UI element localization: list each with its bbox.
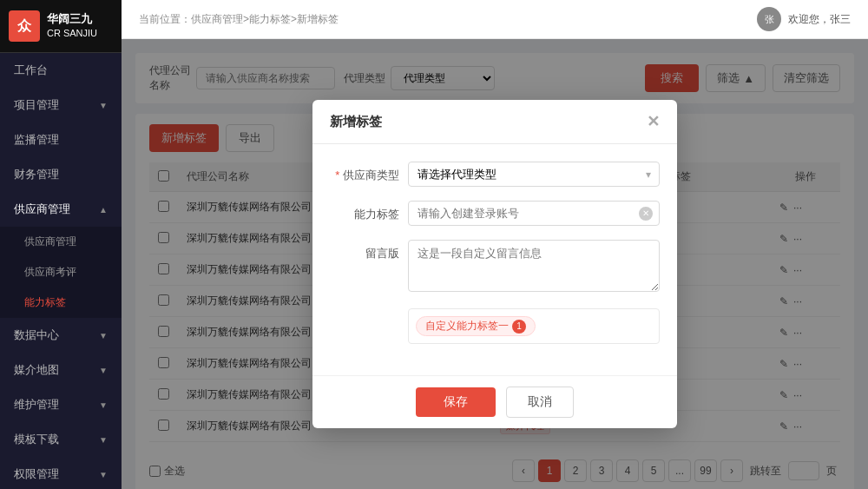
chevron-icon: ▼ xyxy=(99,101,108,110)
sidebar-submenu-supplier: 供应商管理 供应商考评 能力标签 xyxy=(0,227,122,318)
logo-text: 华阔三九 CR SANJIU xyxy=(47,12,97,39)
sidebar-item-project[interactable]: 项目管理 ▼ xyxy=(0,88,122,122)
supplier-type-select[interactable]: 请选择代理类型 xyxy=(408,162,660,187)
topbar-right: 张 欢迎您，张三 xyxy=(757,7,851,31)
ability-tag-row: 能力标签 ✕ xyxy=(330,201,660,226)
app-logo: 众 华阔三九 CR SANJIU xyxy=(0,0,122,53)
modal-overlay: 新增标签 ✕ * 供应商类型 请选择代理类型 xyxy=(122,39,868,489)
modal-cancel-button[interactable]: 取消 xyxy=(506,387,574,418)
custom-tags-area: 自定义能力标签一 1 xyxy=(408,308,660,344)
breadcrumb: 当前位置：供应商管理>能力标签>新增标签 xyxy=(139,12,339,27)
remark-row: 留言版 xyxy=(330,240,660,294)
sidebar-item-workbench[interactable]: 工作台 xyxy=(0,53,122,88)
chevron-icon: ▼ xyxy=(99,470,108,479)
remark-textarea[interactable] xyxy=(408,240,660,292)
sidebar-item-ability-tag[interactable]: 能力标签 xyxy=(0,287,122,318)
sidebar-item-media-map[interactable]: 媒介地图 ▼ xyxy=(0,353,122,387)
custom-tag-item: 自定义能力标签一 1 xyxy=(416,316,536,336)
remark-label: 留言版 xyxy=(330,240,399,261)
sidebar: 众 华阔三九 CR SANJIU 工作台 项目管理 ▼ 监播管理 财务管理 供应… xyxy=(0,0,122,489)
ability-tag-input[interactable] xyxy=(408,201,660,226)
sidebar-item-supplier-mgmt[interactable]: 供应商管理 xyxy=(0,227,122,257)
main-content: 当前位置：供应商管理>能力标签>新增标签 张 欢迎您，张三 代理公司名称 代理类… xyxy=(122,0,868,489)
chevron-icon: ▼ xyxy=(99,331,108,340)
user-greeting: 欢迎您，张三 xyxy=(788,12,851,27)
supplier-type-row: * 供应商类型 请选择代理类型 xyxy=(330,162,660,187)
tags-container: 自定义能力标签一 1 xyxy=(408,308,660,344)
custom-tags-label xyxy=(330,308,399,314)
sidebar-item-finance[interactable]: 财务管理 xyxy=(0,157,122,192)
sidebar-item-monitor[interactable]: 监播管理 xyxy=(0,122,122,157)
topbar: 当前位置：供应商管理>能力标签>新增标签 张 欢迎您，张三 xyxy=(122,0,868,39)
add-tag-modal: 新增标签 ✕ * 供应商类型 请选择代理类型 xyxy=(312,100,677,428)
chevron-icon: ▼ xyxy=(99,435,108,445)
supplier-type-label: * 供应商类型 xyxy=(330,162,399,183)
modal-close-button[interactable]: ✕ xyxy=(647,112,660,131)
chevron-icon: ▲ xyxy=(99,205,108,215)
logo-icon: 众 xyxy=(9,10,40,42)
modal-footer: 保存 取消 xyxy=(312,375,677,428)
page-body: 代理公司名称 代理类型 代理类型 搜索 筛选 ▲ 清空筛选 新增标签 xyxy=(122,39,868,489)
sidebar-item-maintenance[interactable]: 维护管理 ▼ xyxy=(0,387,122,422)
modal-body: * 供应商类型 请选择代理类型 能力标签 xyxy=(312,144,677,375)
avatar: 张 xyxy=(757,7,781,31)
sidebar-item-template[interactable]: 模板下载 ▼ xyxy=(0,422,122,457)
ability-tag-label: 能力标签 xyxy=(330,201,399,222)
modal-header: 新增标签 ✕ xyxy=(312,100,677,144)
sidebar-item-supplier-eval[interactable]: 供应商考评 xyxy=(0,257,122,287)
modal-title: 新增标签 xyxy=(330,114,382,130)
supplier-type-control: 请选择代理类型 xyxy=(408,162,660,187)
remark-control xyxy=(408,240,660,294)
sidebar-item-data-center[interactable]: 数据中心 ▼ xyxy=(0,318,122,353)
ability-tag-control: ✕ xyxy=(408,201,660,226)
sidebar-item-supplier[interactable]: 供应商管理 ▲ xyxy=(0,192,122,227)
chevron-icon: ▼ xyxy=(99,366,108,375)
ability-tag-clear-button[interactable]: ✕ xyxy=(639,207,653,221)
chevron-icon: ▼ xyxy=(99,400,108,410)
custom-tags-row: 自定义能力标签一 1 xyxy=(330,308,660,344)
modal-save-button[interactable]: 保存 xyxy=(416,387,496,417)
sidebar-menu: 工作台 项目管理 ▼ 监播管理 财务管理 供应商管理 ▲ 供应商管理 供应商考评… xyxy=(0,53,122,489)
sidebar-item-permission[interactable]: 权限管理 ▼ xyxy=(0,457,122,489)
